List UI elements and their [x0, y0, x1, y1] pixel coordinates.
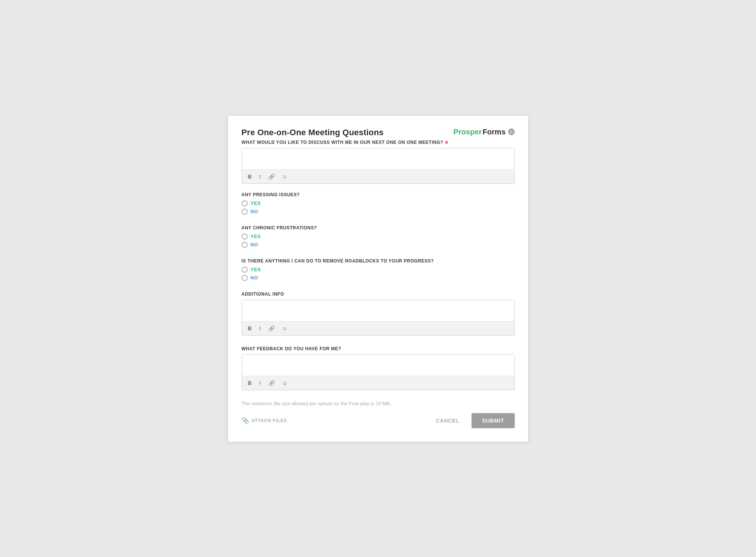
question-1-section: WHAT WOULD YOU LIKE TO DISCUSS WITH ME I…: [242, 140, 515, 184]
question-2-section: ANY PRESSING ISSUES? YES NO: [242, 192, 515, 215]
question-3-section: ANY CHRONIC FRUSTRATIONS? YES NO: [242, 225, 515, 248]
required-star-q1: ★: [444, 140, 449, 145]
question-3-label: ANY CHRONIC FRUSTRATIONS?: [242, 225, 515, 230]
paperclip-icon: 📎: [242, 417, 249, 424]
emoji-button-q5[interactable]: ☺: [281, 325, 289, 332]
brand-forms-text: Forms: [482, 128, 505, 136]
form-title: Pre One-on-One Meeting Questions: [242, 128, 384, 137]
question-6-section: WHAT FEEDBACK DO YOU HAVE FOR ME? B I 🔗 …: [242, 346, 515, 390]
question-3-yes-radio[interactable]: [242, 233, 248, 240]
question-4-radio-group: YES NO: [242, 267, 515, 281]
question-6-label: WHAT FEEDBACK DO YOU HAVE FOR ME?: [242, 346, 515, 351]
question-3-no-radio[interactable]: [242, 242, 248, 248]
question-3-radio-group: YES NO: [242, 233, 515, 248]
question-4-label: IS THERE ANYTHING I CAN DO TO REMOVE ROA…: [242, 258, 515, 264]
question-5-label: ADDITIONAL INFO: [242, 291, 515, 297]
form-modal: Pre One-on-One Meeting Questions Prosper…: [228, 115, 529, 442]
bold-button-q6[interactable]: B: [246, 379, 253, 387]
question-3-no-label: NO: [251, 242, 259, 247]
question-3-yes-label: YES: [251, 233, 261, 239]
question-1-richtext: B I 🔗 ☺: [242, 148, 515, 184]
brand-prosper-text: Prosper: [453, 128, 482, 136]
bold-button-q1[interactable]: B: [246, 173, 253, 180]
brand-logo: Prosper Forms: [453, 128, 506, 136]
link-button-q6[interactable]: 🔗: [267, 379, 276, 387]
bold-button-q5[interactable]: B: [246, 325, 253, 332]
question-4-no-radio[interactable]: [242, 275, 248, 281]
question-2-yes-option[interactable]: YES: [242, 200, 515, 206]
question-6-input[interactable]: [242, 355, 514, 374]
question-4-no-label: NO: [251, 275, 259, 281]
form-footer: 📎 ATTACH FILES CANCEL SUBMIT: [242, 413, 515, 428]
emoji-button-q1[interactable]: ☺: [281, 173, 289, 180]
brand-wrapper: Prosper Forms ×: [453, 128, 515, 136]
link-button-q5[interactable]: 🔗: [267, 325, 276, 332]
question-2-no-radio[interactable]: [242, 209, 248, 215]
question-5-input[interactable]: [242, 300, 514, 320]
question-5-richtext: B I 🔗 ☺: [242, 300, 515, 336]
question-1-input[interactable]: [242, 148, 514, 168]
italic-button-q6[interactable]: I: [258, 379, 262, 387]
question-4-yes-option[interactable]: YES: [242, 267, 515, 273]
question-4-yes-label: YES: [251, 267, 261, 272]
question-4-yes-radio[interactable]: [242, 267, 248, 273]
question-5-toolbar: B I 🔗 ☺: [242, 321, 514, 335]
italic-button-q5[interactable]: I: [258, 325, 262, 332]
question-2-yes-label: YES: [251, 200, 261, 206]
question-3-no-option[interactable]: NO: [242, 242, 515, 248]
italic-button-q1[interactable]: I: [258, 173, 262, 180]
question-2-no-label: NO: [251, 209, 259, 214]
question-1-label: WHAT WOULD YOU LIKE TO DISCUSS WITH ME I…: [242, 140, 515, 145]
question-4-no-option[interactable]: NO: [242, 275, 515, 281]
submit-button[interactable]: SUBMIT: [472, 413, 514, 428]
question-4-section: IS THERE ANYTHING I CAN DO TO REMOVE ROA…: [242, 258, 515, 281]
link-button-q1[interactable]: 🔗: [267, 173, 276, 180]
question-6-toolbar: B I 🔗 ☺: [242, 376, 514, 390]
question-2-label: ANY PRESSING ISSUES?: [242, 192, 515, 197]
footer-actions: CANCEL SUBMIT: [430, 413, 515, 428]
emoji-button-q6[interactable]: ☺: [281, 379, 289, 387]
question-2-yes-radio[interactable]: [242, 200, 248, 206]
modal-header: Pre One-on-One Meeting Questions Prosper…: [242, 128, 515, 137]
close-icon[interactable]: ×: [508, 128, 515, 135]
question-6-richtext: B I 🔗 ☺: [242, 354, 515, 390]
attach-files-button[interactable]: 📎 ATTACH FILES: [242, 417, 287, 424]
question-2-no-option[interactable]: NO: [242, 209, 515, 215]
question-1-toolbar: B I 🔗 ☺: [242, 169, 514, 183]
file-size-note: The maximum file size allowed per upload…: [242, 401, 515, 406]
question-3-yes-option[interactable]: YES: [242, 233, 515, 240]
attach-files-label: ATTACH FILES: [251, 418, 287, 423]
question-5-section: ADDITIONAL INFO B I 🔗 ☺: [242, 291, 515, 336]
cancel-button[interactable]: CANCEL: [430, 414, 465, 427]
question-2-radio-group: YES NO: [242, 200, 515, 215]
